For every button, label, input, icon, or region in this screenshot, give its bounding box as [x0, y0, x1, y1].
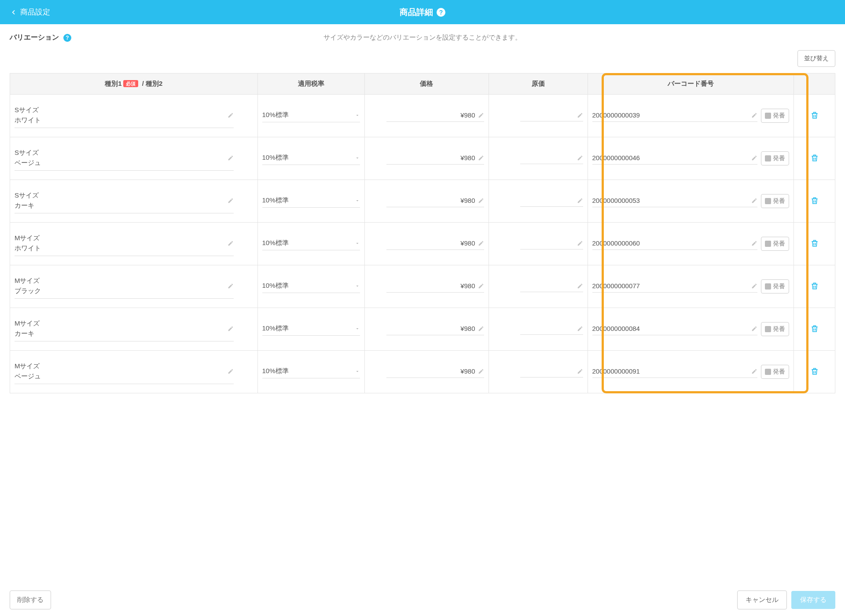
barcode-field[interactable]: 2000000000084 — [592, 323, 758, 335]
pencil-icon — [751, 112, 757, 118]
variant-field[interactable]: Mサイズホワイト — [15, 231, 234, 256]
variant-field[interactable]: Sサイズホワイト — [15, 103, 234, 128]
price-field[interactable]: ¥980 — [386, 366, 484, 378]
table-row: Mサイズカーキ 10%標準 ¥980 — [10, 308, 835, 351]
tax-select[interactable]: 10%標準 — [262, 152, 360, 165]
price-field[interactable]: ¥980 — [386, 195, 484, 207]
generate-barcode-button[interactable]: 発番 — [761, 279, 789, 293]
variation-section-header: バリエーション ? サイズやカラーなどのバリエーションを設定することができます。 — [0, 24, 845, 47]
barcode-field[interactable]: 2000000000077 — [592, 280, 758, 293]
variant-field[interactable]: Mサイズベージュ — [15, 359, 234, 384]
pencil-icon — [228, 326, 234, 332]
trash-icon[interactable] — [810, 196, 819, 205]
pencil-icon — [478, 326, 484, 332]
barcode-icon — [765, 241, 771, 247]
help-icon[interactable]: ? — [437, 8, 445, 17]
generate-barcode-button[interactable]: 発番 — [761, 365, 789, 379]
pencil-icon — [478, 198, 484, 204]
tax-select[interactable]: 10%標準 — [262, 194, 360, 208]
variant-field[interactable]: Sサイズカーキ — [15, 189, 234, 213]
pencil-icon — [577, 368, 583, 374]
price-field[interactable]: ¥980 — [386, 238, 484, 250]
table-row: Mサイズベージュ 10%標準 ¥980 — [10, 351, 835, 393]
col-type: 種別1必須 / 種別2 — [10, 73, 258, 95]
pencil-icon — [478, 240, 484, 246]
cost-field[interactable] — [520, 153, 583, 164]
pencil-icon — [478, 368, 484, 374]
pencil-icon — [577, 112, 583, 118]
app-header: 商品設定 商品詳細 ? — [0, 0, 845, 24]
price-field[interactable]: ¥980 — [386, 110, 484, 122]
trash-icon[interactable] — [810, 282, 819, 290]
section-description: サイズやカラーなどのバリエーションを設定することができます。 — [323, 33, 522, 42]
cost-field[interactable] — [520, 281, 583, 292]
cost-field[interactable] — [520, 196, 583, 207]
cost-field[interactable] — [520, 367, 583, 378]
chevron-down-icon — [355, 369, 360, 374]
table-row: Sサイズホワイト 10%標準 ¥980 — [10, 95, 835, 137]
generate-barcode-button[interactable]: 発番 — [761, 322, 789, 336]
price-field[interactable]: ¥980 — [386, 152, 484, 165]
pencil-icon — [751, 326, 757, 332]
trash-icon[interactable] — [810, 367, 819, 376]
col-tax: 適用税率 — [257, 73, 365, 95]
pencil-icon — [577, 240, 583, 246]
cost-field[interactable] — [520, 238, 583, 249]
chevron-down-icon — [355, 241, 360, 246]
pencil-icon — [751, 283, 757, 289]
tax-select[interactable]: 10%標準 — [262, 365, 360, 378]
trash-icon[interactable] — [810, 111, 819, 120]
col-actions — [794, 73, 835, 95]
tax-select[interactable]: 10%標準 — [262, 280, 360, 293]
table-row: Sサイズベージュ 10%標準 ¥980 — [10, 137, 835, 180]
sort-button[interactable]: 並び替え — [797, 50, 835, 67]
variations-table: 種別1必須 / 種別2 適用税率 価格 原価 バーコード番号 Sサイズホワイト … — [10, 73, 835, 393]
pencil-icon — [228, 283, 234, 289]
chevron-left-icon — [9, 8, 18, 17]
cost-field[interactable] — [520, 324, 583, 335]
table-row: Mサイズホワイト 10%標準 ¥980 — [10, 223, 835, 265]
col-barcode: バーコード番号 — [588, 73, 794, 95]
price-field[interactable]: ¥980 — [386, 323, 484, 335]
back-label: 商品設定 — [20, 7, 50, 17]
table-row: Sサイズカーキ 10%標準 ¥980 — [10, 180, 835, 223]
col-price: 価格 — [365, 73, 489, 95]
cost-field[interactable] — [520, 110, 583, 121]
page-title: 商品詳細 ? — [400, 7, 445, 18]
variant-field[interactable]: Mサイズブラック — [15, 274, 234, 299]
pencil-icon — [228, 155, 234, 161]
generate-barcode-button[interactable]: 発番 — [761, 237, 789, 251]
pencil-icon — [751, 198, 757, 204]
tax-select[interactable]: 10%標準 — [262, 323, 360, 336]
pencil-icon — [228, 198, 234, 204]
col-cost: 原価 — [489, 73, 588, 95]
pencil-icon — [228, 112, 234, 118]
barcode-field[interactable]: 2000000000091 — [592, 366, 758, 378]
chevron-down-icon — [355, 155, 360, 161]
trash-icon[interactable] — [810, 154, 819, 162]
variant-field[interactable]: Mサイズカーキ — [15, 317, 234, 341]
trash-icon[interactable] — [810, 239, 819, 248]
barcode-field[interactable]: 2000000000060 — [592, 238, 758, 250]
pencil-icon — [577, 155, 583, 161]
pencil-icon — [577, 283, 583, 289]
barcode-field[interactable]: 2000000000039 — [592, 110, 758, 122]
tax-select[interactable]: 10%標準 — [262, 109, 360, 122]
pencil-icon — [478, 155, 484, 161]
generate-barcode-button[interactable]: 発番 — [761, 194, 789, 208]
barcode-icon — [765, 369, 771, 375]
trash-icon[interactable] — [810, 324, 819, 333]
barcode-icon — [765, 283, 771, 290]
back-button[interactable]: 商品設定 — [9, 7, 50, 17]
price-field[interactable]: ¥980 — [386, 280, 484, 293]
variant-field[interactable]: Sサイズベージュ — [15, 146, 234, 171]
pencil-icon — [228, 240, 234, 246]
barcode-icon — [765, 113, 771, 119]
table-row: Mサイズブラック 10%標準 ¥980 — [10, 265, 835, 308]
help-icon[interactable]: ? — [63, 34, 71, 42]
tax-select[interactable]: 10%標準 — [262, 237, 360, 250]
barcode-field[interactable]: 2000000000046 — [592, 152, 758, 165]
barcode-field[interactable]: 2000000000053 — [592, 195, 758, 207]
generate-barcode-button[interactable]: 発番 — [761, 151, 789, 165]
generate-barcode-button[interactable]: 発番 — [761, 109, 789, 123]
